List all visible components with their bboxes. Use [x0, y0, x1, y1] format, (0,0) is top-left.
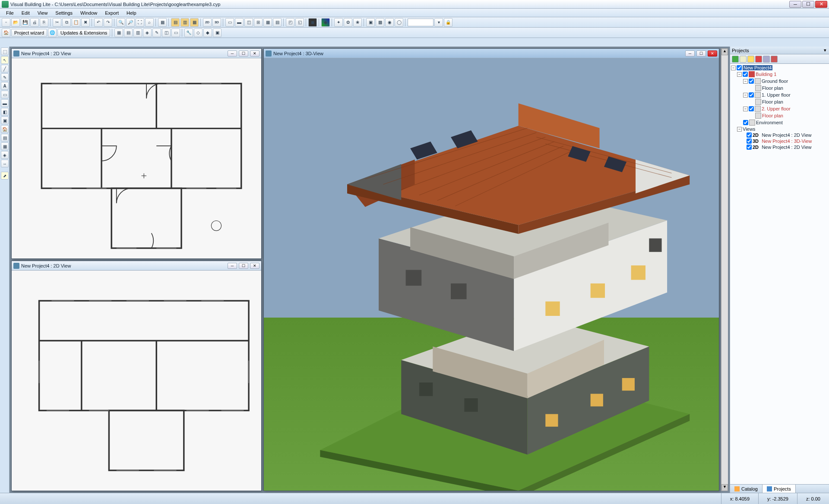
obj2-icon[interactable]: ▤ [124, 28, 133, 37]
misc1-icon[interactable]: ◇ [194, 28, 203, 37]
tree-checkbox[interactable] [749, 106, 754, 111]
tree-checkbox[interactable] [747, 132, 752, 138]
view3d-icon[interactable]: 3D [212, 18, 221, 27]
tool-i-icon[interactable]: ◉ [385, 18, 394, 27]
window-close-button[interactable]: ✕ [708, 50, 717, 57]
lt-door-icon[interactable]: ◧ [1, 108, 9, 116]
window-maximize-button[interactable]: ☐ [696, 50, 706, 57]
misc3-icon[interactable]: ▣ [213, 28, 221, 37]
newfolder-icon[interactable] [747, 56, 754, 63]
tree-building[interactable]: − Building 1 [731, 71, 828, 78]
tool-g-icon[interactable]: ▣ [366, 18, 375, 27]
tool-c-icon[interactable]: ◼ [308, 18, 317, 27]
lt-draw-icon[interactable]: ✎ [1, 73, 9, 81]
menu-help[interactable]: Help [123, 9, 140, 16]
tool-a-icon[interactable]: ◰ [286, 18, 294, 27]
scroll-up-icon[interactable]: ▲ [721, 48, 728, 55]
toolbar-input[interactable] [408, 19, 433, 26]
window-maximize-button[interactable]: ☐ [239, 263, 248, 269]
lt-object-icon[interactable]: ◈ [1, 151, 9, 159]
obj1-icon[interactable]: ▦ [114, 28, 123, 37]
collapse-icon[interactable]: − [737, 72, 742, 77]
collapse-icon[interactable]: − [743, 93, 748, 98]
lt-line-icon[interactable]: ╱ [1, 65, 9, 72]
lt-stair-icon[interactable]: ▤ [1, 134, 9, 142]
updates-button[interactable]: Updates & Extensions [57, 29, 110, 37]
lt-pointer-icon[interactable]: ⬈ [1, 172, 9, 180]
window-close-button[interactable]: ✕ [250, 263, 259, 269]
collapse-icon[interactable]: − [737, 127, 742, 132]
tab-projects[interactable]: Projects [763, 485, 796, 493]
dropdown-icon[interactable]: ▾ [434, 18, 443, 27]
rename-icon[interactable] [740, 56, 747, 63]
tool-e-icon[interactable]: ✿ [344, 18, 352, 27]
lt-select-icon[interactable]: ⬚ [1, 47, 9, 55]
tree-checkbox[interactable] [737, 65, 742, 70]
menu-edit[interactable]: Edit [18, 9, 33, 16]
zoomregion-icon[interactable]: ⌕ [145, 18, 154, 27]
tree-upper-1[interactable]: − 1. Upper floor [731, 91, 828, 98]
tree-floorplan[interactable]: Floor plan [731, 112, 828, 119]
house-icon[interactable] [771, 56, 778, 63]
obj4-icon[interactable]: ◈ [143, 28, 152, 37]
paste-icon[interactable]: 📋 [72, 18, 80, 27]
snap3-icon[interactable]: ▦ [190, 18, 199, 27]
menu-file[interactable]: File [3, 9, 17, 16]
tool-h-icon[interactable]: ▩ [376, 18, 384, 27]
lt-roof-icon[interactable]: 🏠 [1, 125, 9, 133]
window-header[interactable]: New Project4 : 2D View ─ ☐ ✕ [12, 261, 261, 271]
layout2-icon[interactable]: ▬ [235, 18, 244, 27]
lt-text-icon[interactable]: A [1, 82, 9, 90]
lt-window-icon[interactable]: ▣ [1, 117, 9, 124]
tree-checkbox[interactable] [749, 79, 754, 84]
maximize-button[interactable]: ☐ [802, 1, 814, 8]
tree-view-2d-1[interactable]: 2D New Project4 : 2D View [731, 132, 828, 138]
layout6-icon[interactable]: ▤ [273, 18, 282, 27]
copy-icon[interactable]: ⧉ [62, 18, 71, 27]
floorplan-canvas-1[interactable] [12, 58, 261, 258]
lt-floor-icon[interactable]: ▦ [1, 142, 9, 150]
collapse-icon[interactable]: − [743, 107, 748, 111]
window-minimize-button[interactable]: ─ [228, 263, 237, 269]
tree-upper-2[interactable]: − 2. Upper floor [731, 105, 828, 112]
layout3-icon[interactable]: ◫ [244, 18, 253, 27]
check-icon[interactable] [732, 56, 739, 63]
menu-export[interactable]: Export [101, 9, 122, 16]
tree-views[interactable]: − Views [731, 126, 828, 132]
view2d-icon[interactable]: 2D [203, 18, 212, 27]
color-icon[interactable]: ◆ [321, 18, 330, 27]
tree-ground-floor[interactable]: − Ground floor [731, 78, 828, 85]
tree-environment[interactable]: Environment [731, 119, 828, 126]
globe-icon[interactable]: 🌐 [48, 28, 57, 37]
redo-icon[interactable]: ↷ [104, 18, 112, 27]
menu-window[interactable]: Window [77, 9, 101, 16]
tool-j-icon[interactable]: ◯ [395, 18, 403, 27]
tree-view-3d[interactable]: 3D New Project4 : 3D-View [731, 138, 828, 144]
lt-wall-icon[interactable]: ▬ [1, 99, 9, 107]
saveall-icon[interactable]: ⎘ [40, 18, 48, 27]
undo-icon[interactable]: ↶ [94, 18, 103, 27]
zoomfit-icon[interactable]: ⛶ [136, 18, 144, 27]
wrench-icon[interactable]: 🔧 [184, 28, 193, 37]
tree-checkbox[interactable] [743, 120, 748, 125]
layout4-icon[interactable]: ⊞ [254, 18, 263, 27]
window-header[interactable]: New Project4 : 2D View ─ ☐ ✕ [12, 49, 261, 58]
window-close-button[interactable]: ✕ [250, 50, 259, 57]
misc2-icon[interactable]: ◆ [203, 28, 212, 37]
open-icon[interactable]: 📂 [11, 18, 20, 27]
obj6-icon[interactable]: ◫ [162, 28, 171, 37]
obj3-icon[interactable]: ▥ [133, 28, 142, 37]
delete-icon[interactable] [755, 56, 762, 63]
lt-arrow-icon[interactable]: ↖ [1, 56, 9, 64]
layout5-icon[interactable]: ▦ [263, 18, 272, 27]
new-icon[interactable]: ▫ [2, 18, 10, 27]
menu-settings[interactable]: Settings [52, 9, 76, 16]
lt-rect-icon[interactable]: ▭ [1, 91, 9, 98]
tree-checkbox[interactable] [747, 139, 752, 144]
zoomout-icon[interactable]: 🔎 [126, 18, 135, 27]
tool-f-icon[interactable]: ❀ [353, 18, 362, 27]
viewport-3d[interactable] [264, 58, 719, 491]
tree-checkbox[interactable] [743, 72, 748, 77]
tool-d-icon[interactable]: ✦ [334, 18, 343, 27]
lt-dim-icon[interactable]: ↔ [1, 160, 9, 167]
